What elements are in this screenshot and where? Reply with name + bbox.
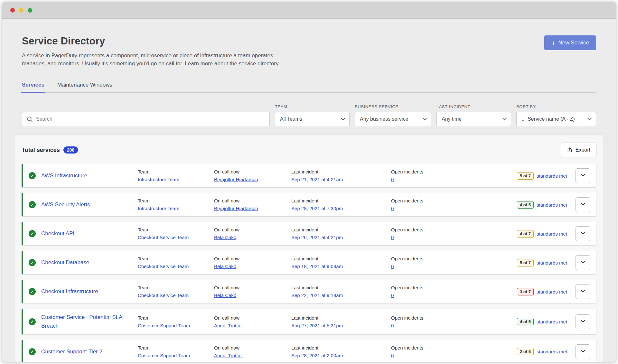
service-name-link[interactable]: Checkout Infrastructure [41, 288, 98, 294]
on-call-user-link[interactable]: Brynjólfur Hjartarson [214, 206, 258, 211]
service-name-link[interactable]: Checkout API [41, 230, 74, 237]
service-name-cell: Checkout Database [41, 258, 138, 267]
minimize-window-button[interactable] [19, 8, 23, 13]
expand-row-button[interactable] [576, 168, 590, 183]
chevron-down-icon [587, 116, 592, 120]
tab-maintenance-windows[interactable]: Maintenance Windows [57, 82, 112, 92]
expand-row-button[interactable] [576, 226, 590, 241]
team-filter-dropdown[interactable]: All Teams [275, 112, 350, 126]
on-call-user-link[interactable]: Brynjólfur Hjartarson [214, 177, 258, 182]
team-column-label: Team [138, 315, 214, 321]
service-name-link[interactable]: AWS Security Alerts [41, 201, 90, 208]
open-incidents-link[interactable]: 0 [391, 177, 394, 182]
maximize-window-button[interactable] [28, 8, 32, 13]
last-incident-filter-dropdown[interactable]: Any time [436, 112, 511, 126]
standards-cell: 2 of 5 standards met [517, 348, 576, 355]
standards-met-link[interactable]: standards met [537, 319, 567, 324]
service-name-link[interactable]: Customer Support: Tier 2 [41, 349, 102, 355]
last-incident-link[interactable]: Sep 28, 2021 at 2:00am [291, 353, 343, 358]
standards-cell: 3 of 7 standards met [517, 288, 576, 295]
last-incident-link[interactable]: Sep 22, 2021 at 9:18am [291, 293, 343, 298]
expand-row-button[interactable] [576, 284, 590, 299]
last-incident-link[interactable]: Sep 28, 2021 at 7:30pm [291, 206, 343, 211]
on-call-user-link[interactable]: Bela Cakó [214, 264, 236, 269]
on-call-column-label: On-call now [214, 256, 291, 261]
tab-services[interactable]: Services [22, 82, 44, 92]
open-incidents-link[interactable]: 0 [391, 353, 394, 358]
on-call-user-link[interactable]: Bela Cakó [214, 235, 236, 240]
last-incident-filter-value: Any time [442, 116, 500, 122]
open-incidents-link[interactable]: 0 [391, 206, 394, 211]
expand-row-button[interactable] [576, 197, 590, 212]
standards-badge: 5 of 7 [517, 259, 534, 266]
team-column-label: Team [138, 169, 214, 174]
service-name-link[interactable]: AWS Infrastructure [41, 173, 87, 179]
team-link[interactable]: Infrastructure Team [138, 206, 179, 211]
page-description: A service in PagerDuty represents a comp… [22, 52, 280, 68]
open-incidents-cell: Open incidents 0 [391, 315, 517, 329]
team-link[interactable]: Infrastructure Team [138, 177, 179, 182]
sort-by-label: SORT BY [516, 104, 596, 109]
open-incidents-link[interactable]: 0 [391, 264, 394, 269]
service-name-cell: Customer Service : Potential SLA Breach [41, 313, 138, 330]
last-incident-column-label: Last incident [291, 345, 391, 350]
business-service-filter-dropdown[interactable]: Any business service [355, 112, 431, 126]
on-call-user-link[interactable]: Annot Trottier [214, 323, 243, 328]
standards-met-link[interactable]: standards met [537, 202, 567, 208]
last-incident-link[interactable]: Sep 26, 2021 at 4:21pm [291, 235, 343, 240]
standards-met-link[interactable]: standards met [537, 289, 567, 294]
window-titlebar [2, 2, 616, 19]
on-call-column-label: On-call now [214, 169, 291, 174]
status-ok-check-icon: ✓ [29, 201, 36, 208]
search-box[interactable] [22, 112, 270, 126]
close-window-button[interactable] [10, 8, 15, 13]
standards-met-link[interactable]: standards met [537, 260, 567, 266]
table-row: ✓ Checkout Infrastructure Team Checkout … [22, 280, 596, 303]
sort-by-dropdown[interactable]: ↓ Service name (A - Z) [516, 112, 596, 126]
last-incident-link[interactable]: Sep 18, 2021 at 9:03am [291, 264, 343, 269]
team-filter-value: All Teams [280, 116, 338, 122]
last-incident-cell: Last incident Sep 28, 2021 at 2:00am [291, 345, 391, 359]
export-icon [567, 147, 573, 153]
open-incidents-link[interactable]: 0 [391, 293, 394, 298]
standards-badge: 4 of 7 [517, 230, 534, 238]
expand-row-button[interactable] [576, 344, 590, 359]
expand-row-button[interactable] [576, 314, 590, 329]
team-column-label: Team [138, 285, 214, 290]
open-incidents-column-label: Open incidents [391, 227, 517, 232]
expand-row-button[interactable] [576, 255, 590, 270]
team-filter-label: TEAM [275, 104, 350, 109]
team-column-label: Team [138, 256, 214, 261]
on-call-user-link[interactable]: Bela Cakó [214, 293, 236, 298]
search-input[interactable] [36, 116, 265, 122]
export-button[interactable]: Export [561, 143, 596, 157]
team-cell: Team Checkout Service Team [138, 227, 214, 240]
standards-met-link[interactable]: standards met [537, 349, 567, 354]
last-incident-link[interactable]: Sep 21, 2021 at 4:21am [291, 177, 343, 182]
team-link[interactable]: Customer Support Team [138, 323, 190, 328]
team-column-label: Team [138, 198, 214, 203]
last-incident-link[interactable]: Aug 27, 2021 at 5:31pm [291, 323, 343, 328]
open-incidents-cell: Open incidents 0 [391, 256, 517, 269]
team-link[interactable]: Checkout Service Team [138, 235, 189, 240]
on-call-cell: On-call now Annot Trottier [214, 345, 291, 359]
new-service-button[interactable]: + New Service [544, 35, 596, 50]
team-cell: Team Checkout Service Team [138, 256, 214, 269]
team-link[interactable]: Checkout Service Team [138, 264, 189, 269]
standards-met-link[interactable]: standards met [537, 231, 567, 237]
open-incidents-cell: Open incidents 0 [391, 285, 517, 298]
team-link[interactable]: Checkout Service Team [138, 293, 189, 298]
expand-row-cell [576, 314, 590, 329]
standards-met-link[interactable]: standards met [537, 173, 567, 179]
on-call-cell: On-call now Brynjólfur Hjartarson [214, 198, 291, 211]
chevron-down-icon [581, 230, 585, 234]
status-ok-check-icon: ✓ [29, 318, 36, 325]
team-link[interactable]: Customer Support Team [138, 353, 190, 358]
open-incidents-link[interactable]: 0 [391, 235, 394, 240]
open-incidents-link[interactable]: 0 [391, 323, 394, 328]
service-name-link[interactable]: Checkout Database [41, 259, 89, 266]
service-name-link[interactable]: Customer Service : Potential SLA Breach [41, 314, 122, 329]
on-call-user-link[interactable]: Annot Trottier [214, 353, 243, 358]
chevron-down-icon [581, 201, 585, 205]
chevron-down-icon [581, 172, 585, 176]
